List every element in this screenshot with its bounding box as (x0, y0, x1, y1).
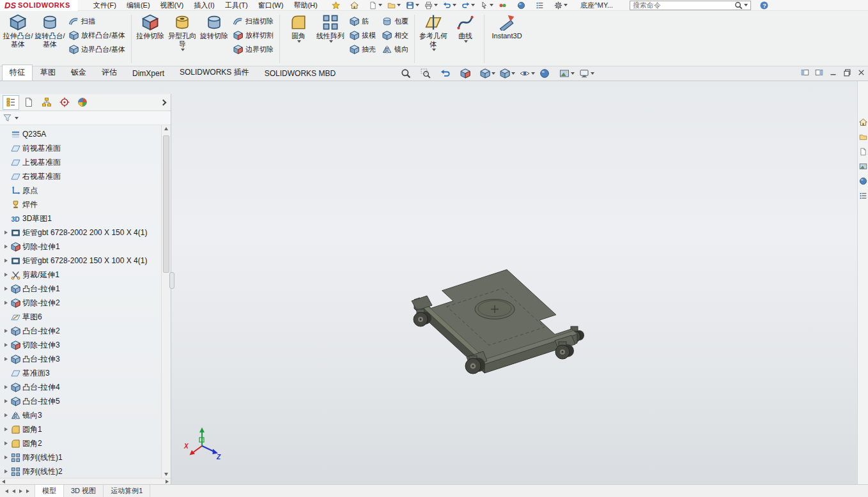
dropdown-caret-icon[interactable] (492, 72, 495, 75)
menu-help[interactable]: 帮助(H) (288, 0, 322, 11)
tree-horizontal-scrollbar[interactable] (0, 478, 171, 484)
dropdown-caret-icon[interactable] (434, 4, 438, 6)
tree-item[interactable]: 焊件 (0, 197, 160, 211)
open-button[interactable] (385, 0, 403, 10)
home-button[interactable] (348, 0, 366, 10)
tree-item[interactable]: 剪裁/延伸1 (0, 268, 160, 282)
curves-button[interactable]: 曲线 (449, 12, 481, 66)
tree-item[interactable]: 矩管gbt 6728-2002 200 X 150 X 4(1) (0, 226, 160, 240)
expand-arrow-icon[interactable] (3, 357, 9, 361)
tab-sketch[interactable]: 草图 (33, 65, 63, 80)
tree-item[interactable]: 圆角1 (0, 422, 160, 436)
appearances-button[interactable] (515, 0, 533, 10)
reference-geometry-button[interactable]: 参考几何体 (417, 12, 449, 66)
view-palette-tab[interactable] (859, 162, 867, 171)
dropdown-caret-icon[interactable] (571, 72, 575, 75)
feature-manager-tab[interactable] (3, 95, 19, 110)
linear-pattern-button[interactable]: 线性阵列 (314, 12, 346, 66)
help-button[interactable]: ? (760, 1, 768, 10)
file-properties-button[interactable] (533, 0, 552, 10)
dropdown-caret-icon[interactable] (511, 72, 515, 75)
toggle-left-pane-button[interactable] (801, 68, 809, 77)
display-style-button[interactable] (500, 68, 515, 79)
tab-solidworks-mbd[interactable]: SOLIDWORKS MBD (257, 66, 343, 80)
toggle-right-pane-button[interactable] (815, 68, 823, 77)
expand-arrow-icon[interactable] (3, 301, 9, 305)
panel-splitter-handle[interactable] (169, 272, 174, 289)
close-button[interactable] (857, 68, 865, 77)
extruded-cut-button[interactable]: 拉伸切除 (134, 12, 166, 66)
search-caret-icon[interactable] (744, 4, 748, 6)
tab-scroll-right-icon[interactable] (19, 489, 22, 493)
intersect-button[interactable]: 相交 (382, 31, 408, 40)
file-explorer-tab[interactable] (859, 148, 867, 156)
tree-item[interactable]: 凸台-拉伸4 (0, 380, 160, 394)
print-button[interactable] (422, 0, 440, 10)
solidworks-resources-tab[interactable] (859, 118, 867, 126)
tab-scroll-left-icon[interactable] (5, 489, 8, 493)
3d-views-tab[interactable]: 3D 视图 (64, 485, 104, 497)
tree-item[interactable]: 矩管gbt 6728-2002 150 X 100 X 4(1) (0, 254, 160, 268)
menu-edit[interactable]: 编辑(E) (121, 0, 155, 11)
expand-arrow-icon[interactable] (3, 329, 9, 333)
expand-arrow-icon[interactable] (3, 470, 9, 473)
tree-item[interactable]: 镜向3 (0, 408, 160, 422)
menu-view[interactable]: 视图(V) (155, 0, 189, 11)
dropdown-caret-icon[interactable] (181, 49, 185, 51)
tree-item[interactable]: 前视基准面 (0, 141, 160, 155)
expand-arrow-icon[interactable] (3, 259, 9, 263)
expand-arrow-icon[interactable] (3, 399, 9, 403)
filter-caret-icon[interactable] (15, 117, 19, 119)
tree-item[interactable]: 基准面3 (0, 366, 160, 380)
zoom-to-area-button[interactable] (421, 68, 436, 79)
draft-button[interactable]: 拔模 (350, 31, 376, 40)
command-search[interactable] (630, 1, 751, 10)
restore-button[interactable] (843, 68, 851, 77)
lofted-boss-button[interactable]: 放样凸台/基体 (69, 31, 125, 40)
design-library-tab[interactable] (859, 133, 867, 141)
edit-appearance-button[interactable] (539, 68, 555, 79)
rib-button[interactable]: 筋 (350, 17, 376, 26)
tab-sheet-metal[interactable]: 钣金 (63, 65, 94, 80)
hide-show-items-button[interactable] (520, 68, 535, 79)
new-document-button[interactable] (366, 0, 385, 10)
save-button[interactable] (403, 0, 422, 10)
rebuild-button[interactable] (496, 0, 515, 10)
hole-wizard-button[interactable]: 异型孔向导 (166, 12, 198, 66)
boundary-cut-button[interactable]: 边界切除 (233, 45, 274, 54)
tree-item[interactable]: 右视基准面 (0, 169, 160, 183)
extruded-boss-button[interactable]: 拉伸凸台/基体 (2, 12, 34, 66)
tab-dimxpert[interactable]: DimXpert (125, 66, 172, 80)
minimize-button[interactable] (829, 68, 837, 77)
swept-boss-button[interactable]: 扫描 (69, 17, 125, 26)
redo-button[interactable] (459, 0, 477, 10)
configuration-manager-tab[interactable] (38, 95, 55, 110)
instant3d-button[interactable]: Instant3D (487, 12, 527, 66)
dropdown-caret-icon[interactable] (432, 49, 436, 51)
view-orientation-button[interactable] (480, 68, 495, 79)
filter-icon[interactable] (3, 114, 12, 122)
dropdown-caret-icon[interactable] (490, 4, 493, 6)
menu-tools[interactable]: 工具(T) (220, 0, 253, 11)
tree-item[interactable]: 凸台-拉伸3 (0, 352, 160, 366)
tab-evaluate[interactable]: 评估 (94, 65, 125, 80)
tree-item[interactable]: Q235A (0, 127, 160, 141)
dropdown-caret-icon[interactable] (415, 4, 419, 6)
scrollbar-thumb[interactable] (163, 135, 169, 273)
swept-cut-button[interactable]: 扫描切除 (233, 17, 274, 26)
display-manager-tab[interactable] (74, 95, 91, 110)
lofted-cut-button[interactable]: 放样切割 (233, 31, 274, 40)
expand-arrow-icon[interactable] (3, 343, 9, 347)
dropdown-caret-icon[interactable] (531, 72, 535, 75)
model-tab[interactable]: 模型 (35, 485, 64, 497)
dimxpert-manager-tab[interactable] (56, 95, 73, 110)
tree-item[interactable]: 原点 (0, 183, 160, 197)
deck-circle[interactable] (475, 300, 515, 319)
mirror-button[interactable]: 镜向 (382, 45, 408, 54)
scroll-down-icon[interactable] (164, 473, 168, 476)
tree-item[interactable]: 切除-拉伸3 (0, 338, 160, 352)
tree-item[interactable]: 上视基准面 (0, 155, 160, 169)
boundary-boss-button[interactable]: 边界凸台/基体 (69, 45, 125, 54)
options-button[interactable] (552, 0, 570, 10)
tree-item[interactable]: 凸台-拉伸1 (0, 282, 160, 296)
